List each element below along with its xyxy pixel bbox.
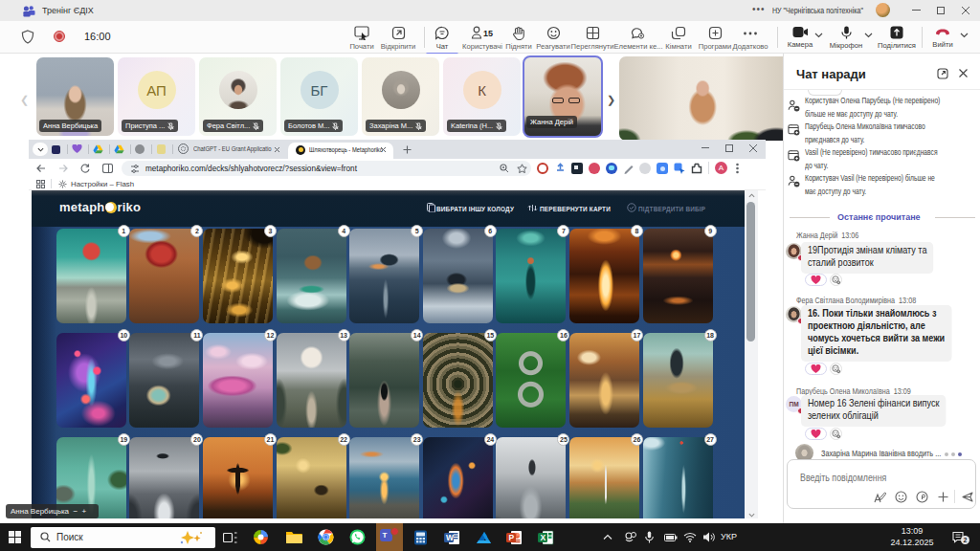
svg-text:W: W (446, 533, 455, 542)
svg-text:P: P (509, 533, 515, 542)
svg-text:X: X (541, 533, 546, 542)
